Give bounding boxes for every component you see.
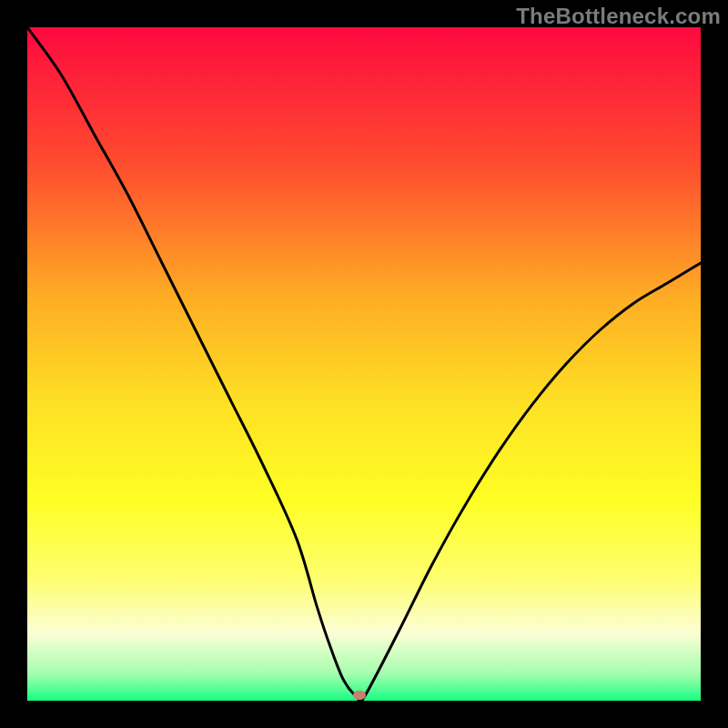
watermark-text: TheBottleneck.com: [516, 4, 721, 29]
svg-rect-0: [27, 27, 701, 701]
chart-stage: TheBottleneck.com: [0, 0, 728, 728]
background-gradient: [27, 27, 701, 701]
plot-area: [27, 27, 701, 701]
